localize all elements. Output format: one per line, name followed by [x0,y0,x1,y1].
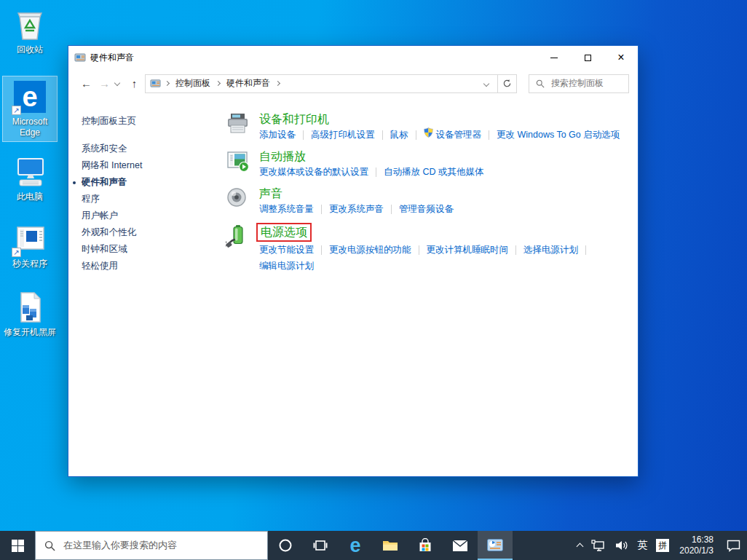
desktop-icon-microsoft-edge[interactable]: e ↗ Microsoft Edge [2,76,58,142]
refresh-button[interactable] [497,74,517,93]
search-placeholder: 搜索控制面板 [551,77,604,90]
cortana-button[interactable] [268,531,303,560]
divider [419,245,419,255]
task-link-adjust-volume[interactable]: 调整系统音量 [259,201,314,217]
tray-expand-button[interactable] [573,531,587,560]
shortcut-arrow-icon: ↗ [12,106,21,115]
search-icon [536,79,545,88]
address-dropdown-button[interactable] [478,77,494,90]
breadcrumb-chevron-icon [216,80,221,85]
breadcrumb-hardware-sound[interactable]: 硬件和声音 [225,77,272,90]
task-link-add-device[interactable]: 添加设备 [259,127,296,143]
task-link-manage-audio[interactable]: 管理音频设备 [399,201,454,217]
divider [321,245,322,255]
task-link-change-media-defaults[interactable]: 更改媒体或设备的默认设置 [259,164,368,180]
active-item-bullet [73,181,76,184]
minimize-button[interactable] [537,46,571,69]
chevron-up-icon [577,543,584,551]
desktop-icon-label: 回收站 [4,44,56,55]
windows-logo-icon [12,540,24,552]
desktop-icon-recycle-bin[interactable]: 回收站 [2,4,58,58]
input-language-indicator[interactable]: 英 [633,531,652,560]
divider [515,245,516,255]
breadcrumb-chevron-icon [275,80,280,85]
task-link-device-manager[interactable]: 设备管理器 [424,127,482,143]
cortana-icon [278,538,293,553]
task-link-change-power-saving[interactable]: 更改节能设置 [259,242,314,258]
control-panel-window: 硬件和声音 × ← → ↑ 控制面板 硬件和声音 [68,45,639,477]
file-explorer-icon [382,539,398,552]
title-bar[interactable]: 硬件和声音 × [68,46,638,69]
action-center-icon [727,540,740,552]
taskbar-search-placeholder: 在这里输入你要搜索的内容 [63,539,177,552]
uac-shield-icon [424,127,433,143]
address-bar[interactable]: 控制面板 硬件和声音 [145,74,498,93]
svg-text:e: e [22,82,37,112]
window-title: 硬件和声音 [90,52,537,64]
desktop-icon-quick-close-program[interactable]: ↗ 秒关程序 [2,218,58,272]
task-link-power-buttons[interactable]: 更改电源按钮的功能 [329,242,411,258]
desktop-icon-label: 此电脑 [4,192,56,202]
registry-file-icon [12,290,47,325]
recent-pages-chevron-icon[interactable] [114,79,120,85]
taskbar-search-input[interactable]: 在这里输入你要搜索的内容 [35,531,268,560]
sidebar-item-ease-of-access[interactable]: 轻松使用 [82,258,226,275]
task-link-mouse[interactable]: 鼠标 [390,127,408,143]
close-button[interactable]: × [604,46,638,69]
category-title-power-options[interactable]: 电源选项 [261,224,307,240]
task-link-choose-power-plan[interactable]: 选择电源计划 [523,242,578,258]
task-view-button[interactable] [303,531,338,560]
sidebar-item-hardware-sound[interactable]: 硬件和声音 [82,174,226,191]
battery-icon [226,224,250,248]
divider [321,205,322,214]
action-center-button[interactable] [719,531,747,560]
taskbar-clock[interactable]: 16:38 2020/1/3 [673,535,719,556]
breadcrumb-chevron-icon [165,80,170,85]
desktop-icon-fix-black-screen[interactable]: 修复开机黑屏 [2,287,58,341]
task-link-change-sounds[interactable]: 更改系统声音 [329,201,384,217]
sidebar-item-appearance[interactable]: 外观和个性化 [82,224,226,241]
category-title-sound[interactable]: 声音 [259,186,282,201]
start-button[interactable] [0,531,35,560]
speaker-icon [226,186,250,210]
breadcrumb-control-panel[interactable]: 控制面板 [174,77,212,90]
task-link-sleep-time[interactable]: 更改计算机睡眠时间 [427,242,509,258]
forward-button[interactable]: → [95,77,114,90]
desktop-icon-label: Microsoft Edge [4,117,55,138]
back-button[interactable]: ← [77,77,95,90]
task-link-advanced-printer[interactable]: 高级打印机设置 [311,127,375,143]
edge-icon: e ↗ [12,79,47,114]
task-link-edit-power-plan[interactable]: 编辑电源计划 [259,258,314,274]
category-title-autoplay[interactable]: 自动播放 [259,149,306,164]
desktop-icon-this-pc[interactable]: 此电脑 [2,151,58,205]
control-panel-search-input[interactable]: 搜索控制面板 [529,74,629,93]
store-button[interactable] [408,531,443,560]
window-icon [74,52,86,63]
sidebar-item-system-security[interactable]: 系统和安全 [82,141,226,157]
refresh-icon [502,79,512,88]
network-tray-button[interactable] [587,531,610,560]
sidebar-item-user-accounts[interactable]: 用户帐户 [82,208,226,224]
task-link-windows-to-go[interactable]: 更改 Windows To Go 启动选项 [497,127,620,143]
navigation-toolbar: ← → ↑ 控制面板 硬件和声音 [68,69,638,98]
mail-button[interactable] [443,531,478,560]
location-icon [150,78,161,89]
sidebar-item-network-internet[interactable]: 网络和 Internet [82,157,226,174]
system-tray: 英 拼 16:38 2020/1/3 [573,531,747,560]
sidebar-item-home[interactable]: 控制面板主页 [82,113,226,130]
up-button[interactable]: ↑ [125,77,143,90]
volume-tray-button[interactable] [610,531,633,560]
sidebar-item-programs[interactable]: 程序 [82,191,226,208]
divider [585,245,586,255]
sidebar-item-clock-region[interactable]: 时钟和区域 [82,241,226,258]
ime-mode-button[interactable]: 拼 [652,531,673,560]
maximize-button[interactable] [571,46,604,69]
edge-taskbar-button[interactable]: e [338,531,373,560]
section-sound: 声音 调整系统音量 更改系统声音 管理音频设备 [226,186,638,217]
task-link-autoplay-cd[interactable]: 自动播放 CD 或其他媒体 [384,164,484,180]
divider [376,167,376,177]
maximize-icon [585,55,591,61]
category-title-devices-printers[interactable]: 设备和打印机 [259,111,329,127]
control-panel-taskbar-button[interactable] [478,531,513,560]
file-explorer-button[interactable] [373,531,408,560]
